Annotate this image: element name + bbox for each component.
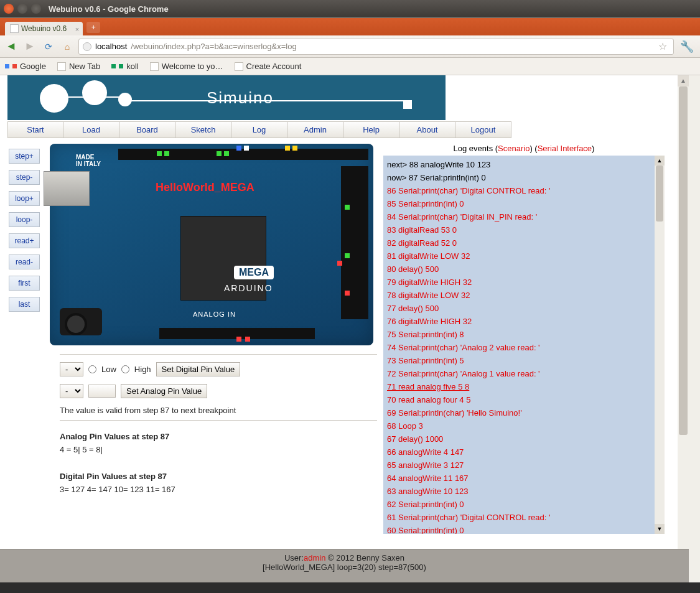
- log-line: 72 Serial:print(char) 'Analog 1 value re…: [387, 367, 661, 380]
- log-header: Log events (Scenario) (Serial Interface): [383, 144, 665, 153]
- menu-board[interactable]: Board: [119, 121, 175, 138]
- logo-graphic: [7, 75, 182, 120]
- log-line: 79 digitalWrite HIGH 32: [387, 276, 661, 289]
- page-icon: [10, 24, 19, 33]
- analog-value-input[interactable]: [88, 385, 116, 398]
- menu-about[interactable]: About: [399, 121, 455, 138]
- last-button[interactable]: last: [9, 297, 40, 312]
- browser-tab[interactable]: Webuino v0.6 ×: [5, 22, 83, 35]
- valid-note: The value is valid from step 87 to next …: [60, 406, 377, 415]
- led-icon: [244, 146, 249, 151]
- wrench-icon[interactable]: 🔧: [678, 40, 696, 54]
- log-line: 60 Serial:println(int) 0: [387, 524, 661, 534]
- window-minimize-icon[interactable]: [17, 4, 27, 14]
- scroll-down-icon[interactable]: ▼: [655, 524, 665, 534]
- log-line: 64 analogWrite 11 167: [387, 472, 661, 485]
- log-box: ▲ ▼ next> 88 analogWrite 10 123now> 87 S…: [383, 156, 665, 534]
- led-icon: [345, 253, 350, 258]
- set-analog-button[interactable]: Set Analog Pin Value: [121, 384, 207, 398]
- pin-controls: - Low High Set Digital Pin Value - Set A…: [60, 349, 377, 494]
- new-tab-button[interactable]: +: [86, 22, 100, 33]
- made-in-italy-label: MADE IN ITALY: [76, 154, 101, 167]
- scroll-thumb[interactable]: [656, 166, 663, 222]
- low-radio[interactable]: [88, 365, 96, 373]
- led-icon: [164, 151, 169, 156]
- led-icon: [217, 151, 222, 156]
- mega-label: MEGA: [234, 266, 274, 279]
- bookmark-welcome[interactable]: Welcome to yo…: [150, 62, 223, 71]
- analog-pin-select[interactable]: -: [60, 384, 83, 398]
- header-right: [341, 166, 368, 319]
- high-label: High: [134, 365, 151, 374]
- simuino-banner: Simuino: [7, 75, 446, 120]
- log-line: next> 88 analogWrite 10 123: [387, 158, 661, 171]
- led-icon: [292, 146, 297, 151]
- menu-logout[interactable]: Logout: [455, 121, 511, 138]
- bookmarks-bar: Google New Tab koll Welcome to yo… Creat…: [0, 58, 700, 75]
- bookmark-koll[interactable]: koll: [111, 62, 139, 71]
- main-menu: Start Load Board Sketch Log Admin Help A…: [7, 121, 673, 138]
- led-icon: [337, 261, 342, 266]
- log-line: 85 Serial:println(int) 0: [387, 197, 661, 210]
- browser-toolbar: ◄ ► ⟳ ⌂ localhost/webuino/index.php?a=b&…: [0, 35, 700, 58]
- log-panel: Log events (Scenario) (Serial Interface)…: [383, 144, 665, 534]
- tab-close-icon[interactable]: ×: [75, 26, 79, 33]
- log-line: 84 Serial:print(char) 'Digital IN_PIN re…: [387, 210, 661, 223]
- low-label: Low: [101, 365, 116, 374]
- usb-port-icon: [44, 171, 90, 206]
- set-digital-button[interactable]: Set Digital Pin Value: [156, 362, 241, 376]
- address-bar[interactable]: localhost/webuino/index.php?a=b&ac=winse…: [78, 39, 674, 55]
- forward-icon[interactable]: ►: [22, 39, 37, 54]
- step-minus-button[interactable]: step-: [9, 170, 40, 185]
- read-plus-button[interactable]: read+: [9, 233, 40, 248]
- log-line: 83 digitalRead 53 0: [387, 223, 661, 236]
- log-line: 67 delay() 1000: [387, 432, 661, 446]
- bookmark-newtab[interactable]: New Tab: [57, 62, 100, 71]
- loop-plus-button[interactable]: loop+: [9, 191, 40, 206]
- high-radio[interactable]: [121, 365, 129, 373]
- scroll-up-icon[interactable]: ▲: [655, 156, 665, 166]
- step-plus-button[interactable]: step+: [9, 149, 40, 164]
- log-line: 81 digitalWrite LOW 32: [387, 250, 661, 263]
- log-line: 65 analogWrite 3 127: [387, 459, 661, 472]
- menu-help[interactable]: Help: [343, 121, 399, 138]
- scenario-link[interactable]: Scenario: [498, 144, 530, 153]
- read-minus-button[interactable]: read-: [9, 254, 40, 269]
- log-line: 86 Serial:print(char) 'Digital CONTROL r…: [387, 184, 661, 197]
- loop-minus-button[interactable]: loop-: [9, 212, 40, 227]
- page-icon: [235, 62, 243, 71]
- arduino-board: MADE IN ITALY HelloWorld_MEGA MEGA ARDUI…: [50, 144, 373, 345]
- url-path: /webuino/index.php?a=b&ac=winserlog&x=lo…: [131, 42, 296, 51]
- digital-pin-select[interactable]: -: [60, 362, 83, 376]
- window-titlebar: Webuino v0.6 - Google Chrome: [0, 0, 700, 17]
- step-controls: step+ step- loop+ loop- read+ read- firs…: [9, 149, 40, 312]
- bookmark-star-icon[interactable]: ☆: [656, 40, 670, 52]
- bookmark-google[interactable]: Google: [5, 62, 46, 71]
- menu-admin[interactable]: Admin: [287, 121, 343, 138]
- analog-values-header: Analog Pin Values at step 87: [60, 432, 377, 441]
- menu-load[interactable]: Load: [63, 121, 119, 138]
- log-line: 61 Serial:print(char) 'Digital CONTROL r…: [387, 511, 661, 524]
- menu-log[interactable]: Log: [231, 121, 287, 138]
- menu-start[interactable]: Start: [7, 121, 63, 138]
- site-icon: [83, 42, 91, 51]
- desktop-bottom: [0, 584, 700, 593]
- led-icon: [285, 146, 290, 151]
- tab-title: Webuino v0.6: [21, 24, 67, 33]
- first-button[interactable]: first: [9, 276, 40, 291]
- log-scrollbar[interactable]: ▲ ▼: [655, 156, 665, 534]
- window-maximize-icon[interactable]: [31, 4, 41, 14]
- home-icon[interactable]: ⌂: [60, 39, 75, 54]
- page-icon: [150, 62, 159, 71]
- menu-sketch[interactable]: Sketch: [175, 121, 231, 138]
- serial-link[interactable]: Serial Interface: [538, 144, 592, 153]
- back-icon[interactable]: ◄: [4, 39, 19, 54]
- reload-icon[interactable]: ⟳: [41, 39, 56, 54]
- window-close-icon[interactable]: [4, 4, 14, 14]
- log-line: 78 digitalWrite LOW 32: [387, 289, 661, 302]
- analog-values: 4 = 5| 5 = 8|: [60, 445, 377, 454]
- page-viewport: ▲ ▼ Simuino Start Load Board: [0, 75, 700, 582]
- bookmark-create-account[interactable]: Create Account: [235, 62, 302, 71]
- status-footer: User:admin © 2012 Benny Saxen [HelloWorl…: [0, 549, 689, 582]
- log-line: 74 Serial:print(char) 'Analog 2 value re…: [387, 341, 661, 354]
